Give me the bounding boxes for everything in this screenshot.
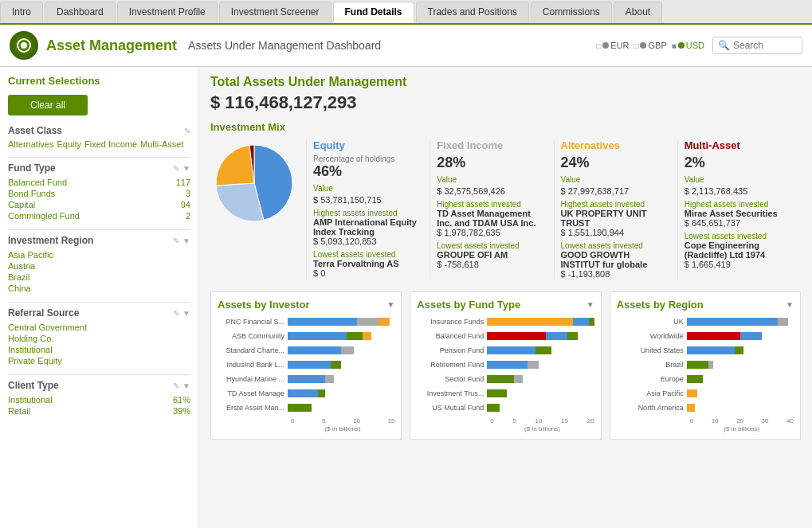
fund-type-filter: Fund Type ✎ ▼ Balanced Fund117Bond Funds… [8,162,190,221]
bar-area [487,317,594,327]
fund-type-item[interactable]: Commingled Fund2 [8,210,190,221]
region-item[interactable]: Asia Pacific [8,249,190,260]
bar-area [487,331,594,341]
fund-type-item[interactable]: Bond Funds3 [8,188,190,199]
chart-dropdown-icon[interactable]: ▼ [586,300,594,309]
edit-icon-3[interactable]: ✎ [173,237,179,245]
mix-highest-label: Highest assets invested [437,200,547,209]
region-item[interactable]: China [8,283,190,294]
bar-chart-row: United States [617,344,794,357]
region-items: Asia PacificAustriaBrazilChina [8,249,190,294]
client-type-item: Institutional61% [8,394,190,405]
client-type-items: Institutional61%Retail39% [8,394,190,417]
x-axis-tick: 15 [561,417,568,424]
mix-highest-name: UK PROPERTY UNIT TRUST [561,209,671,228]
bar-label: Insurance Funds [417,318,487,326]
total-assets-title: Total Assets Under Management [210,75,801,89]
asset-class-item[interactable]: Multi-Asset [140,139,183,149]
chart-dropdown-icon[interactable]: ▼ [786,300,794,309]
currency-eur[interactable]: □EUR [596,41,629,50]
nav-tab-about[interactable]: About [614,2,662,23]
bar-segment [778,318,788,326]
bar-segment [708,361,714,369]
referral-item[interactable]: Holding Co. [8,333,190,344]
search-input[interactable] [733,40,797,51]
bar-chart-row: Erste Asset Man... [218,401,394,414]
bar-segment [288,361,331,369]
bar-segment [514,375,523,383]
bar-segment [487,346,535,354]
region-item[interactable]: Brazil [8,272,190,283]
mix-col-title: Fixed Income [437,139,547,151]
chart-title: Assets by Fund Type [417,299,520,311]
bar-label: Europe [617,375,687,383]
edit-icon-2[interactable]: ✎ [173,164,179,173]
asset-class-item[interactable]: Alternatives [8,139,53,149]
fund-type-icons: ✎ ▼ [173,164,190,173]
bar-chart-row: Europe [617,373,794,385]
bar-label: Balanced Fund [417,332,487,340]
fund-type-label: Fund Type [8,162,56,174]
bar-chart-row: Brazil [617,358,794,371]
fund-type-item[interactable]: Capital94 [8,199,190,210]
mix-lowest-name: Cope Engineering (Radcliffe) Ltd 1974 [685,241,794,260]
mix-highest-label: Highest assets invested [685,200,794,209]
bar-label: Brazil [617,361,687,369]
client-pct: 39% [173,406,190,416]
fund-type-count: 2 [186,211,190,221]
dropdown-icon-2[interactable]: ▼ [182,237,190,245]
bar-label: Worldwide [617,332,687,340]
bar-label: Hyundai Marine ... [218,375,288,383]
nav-tab-commissions[interactable]: Commissions [531,2,612,23]
edit-icon-5[interactable]: ✎ [173,381,179,390]
dropdown-icon-4[interactable]: ▼ [182,381,190,390]
mix-lowest-label: Lowest assets invested [313,250,423,259]
asset-class-item[interactable]: Fixed Income [84,139,137,149]
chart-dropdown-icon[interactable]: ▼ [386,300,394,309]
referral-item[interactable]: Institutional [8,344,190,355]
fund-type-items: Balanced Fund117Bond Funds3Capital94Comm… [8,177,190,221]
mix-value-label: Value [561,175,671,184]
mix-lowest-value: $ -1,193,808 [561,269,671,279]
bar-chart-row: Sector Fund [417,373,594,385]
nav-tab-investment-profile[interactable]: Investment Profile [117,2,218,23]
referral-item[interactable]: Private Equity [8,355,190,366]
bar-segment [687,346,735,354]
nav-tab-dashboard[interactable]: Dashboard [45,2,116,23]
referral-item[interactable]: Central Government [8,322,190,333]
search-box[interactable]: 🔍 [712,37,802,54]
clear-all-button[interactable]: Clear all [8,95,88,115]
bar-segment [687,404,696,412]
mix-columns: Equity Percentage of holdings 46% Value … [306,139,801,279]
mix-highest-value: $ 1,551,190,944 [561,228,671,237]
bar-segment [687,318,778,326]
dropdown-icon-3[interactable]: ▼ [182,309,190,318]
x-axis-tick: 40 [787,417,794,424]
currency-gbp[interactable]: □GBP [634,41,666,50]
pie-segment-alternatives [216,145,254,186]
bar-segment [687,361,708,369]
chart-title-row: Assets by Region▼ [617,299,794,311]
bar-segment [357,318,379,326]
dropdown-icon[interactable]: ▼ [182,164,190,173]
client-icons: ✎ ▼ [173,381,190,390]
bar-chart-row: Retirement Fund [417,358,594,371]
currency-usd[interactable]: ■USD [672,41,704,50]
edit-icon[interactable]: ✎ [184,127,190,135]
fund-type-item[interactable]: Balanced Fund117 [8,177,190,188]
nav-tab-intro[interactable]: Intro [0,2,43,23]
mix-column-equity: Equity Percentage of holdings 46% Value … [306,139,430,279]
bar-label: Sector Fund [417,375,487,383]
region-item[interactable]: Austria [8,260,190,272]
mix-value-label: Value [313,184,423,193]
nav-tab-trades-and-positions[interactable]: Trades and Positions [416,2,529,23]
mix-highest-name: AMP International Equity Index Tracking [313,217,423,237]
nav-tab-fund-details[interactable]: Fund Details [333,2,414,23]
edit-icon-4[interactable]: ✎ [173,309,179,318]
chart-panel-assets-by-region: Assets by Region▼UKWorldwideUnited State… [610,291,801,440]
asset-class-item[interactable]: Equity [57,139,81,149]
bar-segment [546,332,567,340]
bar-area [288,346,394,355]
nav-tab-investment-screener[interactable]: Investment Screener [219,2,331,23]
bar-segment [735,346,743,354]
